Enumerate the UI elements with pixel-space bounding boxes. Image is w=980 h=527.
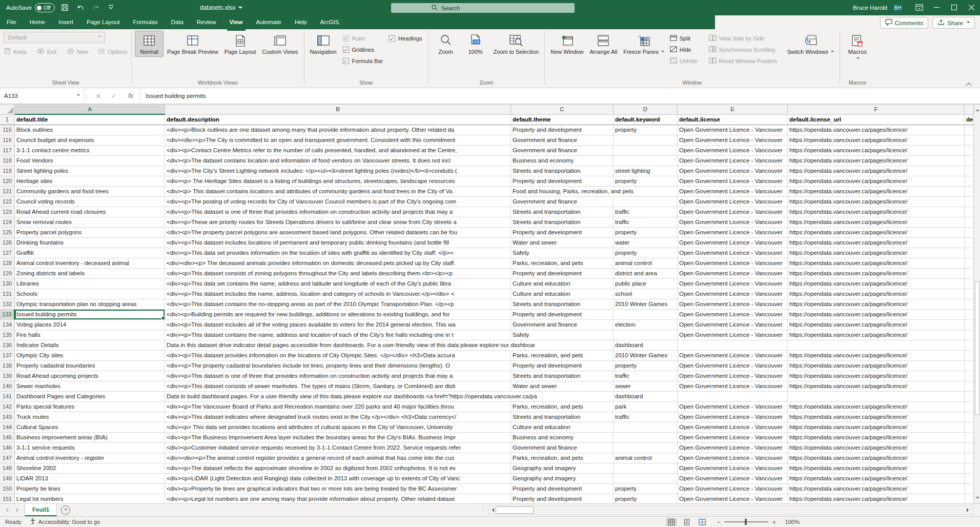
row-header[interactable]: 147 [0,453,15,463]
cell-license[interactable]: Open Government Licence - Vancouver [678,289,788,299]
row-header[interactable]: 142 [0,402,15,412]
cell-title[interactable]: Cultural Spaces [15,422,165,433]
cell-license[interactable]: Open Government Licence - Vancouver [678,135,788,146]
row-header[interactable]: 134 [0,320,15,330]
custom-views-button[interactable]: Custom Views [259,31,300,57]
cell-title[interactable]: Parks special features [15,402,165,412]
page-break-view-toggle[interactable] [697,518,708,526]
row-header[interactable]: 118 [0,156,15,166]
cell-license-url[interactable]: https://opendata.vancouver.ca/pages/lice… [788,351,965,361]
cell-extra[interactable] [965,238,974,248]
cell-keyword[interactable]: property [614,361,678,371]
cell-keyword[interactable] [614,474,678,484]
cell-theme[interactable]: Property and development [511,125,614,135]
cell-license-url[interactable]: https://opendata.vancouver.ca/pages/lice… [788,299,965,310]
cell-theme[interactable]: Government and finance [511,197,614,207]
cell-extra[interactable] [965,207,974,217]
cell-license-url[interactable]: https://opendata.vancouver.ca/pages/lice… [788,125,965,135]
cell-description[interactable]: <div><p>Customer initiated service reque… [165,443,511,453]
cell-license[interactable]: Open Government Licence - Vancouver [678,207,788,217]
row-header[interactable]: 136 [0,340,15,351]
tab-home[interactable]: Home [23,15,52,29]
cell-keyword[interactable]: dashboard [614,392,678,402]
cell-theme[interactable]: Government and finance [511,443,614,453]
cell-keyword[interactable]: district and area [614,269,678,279]
cell-license[interactable]: Open Government Licence - Vancouver [678,187,788,197]
cell-license-url[interactable]: https://opendata.vancouver.ca/pages/lice… [788,412,965,422]
cell-title[interactable]: Indicator Details [15,340,165,351]
cell-title[interactable]: Olympic transportation plan no stopping … [15,299,165,310]
cell-keyword[interactable]: 2010 Winter Games [614,351,678,361]
cell-keyword[interactable]: traffic [614,217,678,228]
cell-title[interactable]: Council voting records [15,197,165,207]
cell-license-url[interactable]: https://opendata.vancouver.ca/pages/lice… [788,238,965,248]
cell-license-url[interactable]: https://opendata.vancouver.ca/pages/lice… [788,289,965,299]
row-header[interactable]: 129 [0,269,15,279]
cell-extra[interactable] [965,361,974,371]
tab-insert[interactable]: Insert [52,15,80,29]
cell-license-url[interactable]: https://opendata.vancouver.ca/pages/lice… [788,330,965,340]
cell-theme[interactable]: Safety [511,330,614,340]
cell-keyword[interactable]: property [614,484,678,494]
cell-title[interactable]: Food Vendors [15,156,165,166]
cell-license-url[interactable]: https://opendata.vancouver.ca/pages/lice… [788,381,965,392]
view-side-by-side-button[interactable]: View Side by Side [707,33,779,44]
cell-title[interactable]: Road Ahead upcoming projects [15,371,165,381]
cell-keyword[interactable]: sewer [614,381,678,392]
cell-license-url[interactable]: https://opendata.vancouver.ca/pages/lice… [788,248,965,258]
column-header-B[interactable]: B [165,105,511,115]
cell-title[interactable]: 3-1-1 contact centre metrics [15,146,165,156]
row-header[interactable]: 130 [0,279,15,289]
select-all-corner[interactable] [0,105,15,115]
cell-license[interactable]: Open Government Licence - Vancouver [678,330,788,340]
formula-input[interactable]: Issued building permits [140,88,980,104]
cell-extra[interactable] [965,146,974,156]
header-cell[interactable]: default.title [15,115,165,125]
cell-description[interactable]: <div><p>This dataset provides informatio… [165,351,511,361]
row-header[interactable]: 151 [0,494,15,503]
cell-keyword[interactable] [614,156,678,166]
cell-license-url[interactable]: https://opendata.vancouver.ca/pages/lice… [788,474,965,484]
header-cell[interactable]: default.theme [511,115,614,125]
cell-title[interactable]: Property tie lines [15,484,165,494]
cell-license[interactable]: Open Government Licence - Vancouver [678,238,788,248]
cell-title[interactable]: Community gardens and food trees [15,187,165,197]
cell-title[interactable]: Dashboard Pages and Categories [15,392,165,402]
cell-extra[interactable] [965,371,974,381]
cell-theme[interactable]: Water and sewer [511,381,614,392]
cell-extra[interactable] [965,320,974,330]
cell-license-url[interactable]: https://opendata.vancouver.ca/pages/lice… [788,320,965,330]
cell-license[interactable]: Open Government Licence - Vancouver [678,176,788,187]
horizontal-scrollbar[interactable] [488,505,973,515]
zoom-level[interactable]: 100% [780,519,800,525]
cell-description[interactable]: <div><p>This dataset includes locations … [165,238,511,248]
cell-keyword[interactable] [614,422,678,433]
cell-title[interactable]: Fire halls [15,330,165,340]
cell-title[interactable]: Voting places 2014 [15,320,165,330]
cell-keyword[interactable]: dashboard [614,340,678,351]
cell-theme[interactable]: Culture and education [511,279,614,289]
cell-extra[interactable] [965,351,974,361]
split-button[interactable]: Split [668,33,699,44]
enter-icon[interactable]: ✓ [106,88,121,104]
row-header[interactable]: 137 [0,351,15,361]
cell-license-url[interactable]: https://opendata.vancouver.ca/pages/lice… [788,310,965,320]
column-header-F[interactable]: F [788,105,965,115]
cell-description[interactable]: <div><p>This dataset is one of three tha… [165,207,511,217]
row-header[interactable]: 140 [0,381,15,392]
row-header[interactable]: 119 [0,166,15,176]
cell-license[interactable]: Open Government Licence - Vancouver [678,463,788,474]
cell-description[interactable]: <div><p>Block outlines are one dataset a… [165,125,511,135]
document-title[interactable]: datasets.xlsx [200,0,242,15]
cell-description[interactable]: <div><p>These are priority routes for St… [165,217,511,228]
cell-license[interactable] [678,340,788,351]
cell-description[interactable]: <div><p>The dataset contains location an… [165,156,511,166]
cell-title[interactable]: Olympic City sites [15,351,165,361]
cell-license-url[interactable]: https://opendata.vancouver.ca/pages/lice… [788,217,965,228]
add-sheet-button[interactable]: + [57,504,74,516]
column-header-E[interactable]: E [678,105,788,115]
cell-keyword[interactable] [614,135,678,146]
row-header[interactable]: 132 [0,299,15,310]
cell-extra[interactable] [965,228,974,238]
cell-theme[interactable]: Property and development [511,228,614,238]
